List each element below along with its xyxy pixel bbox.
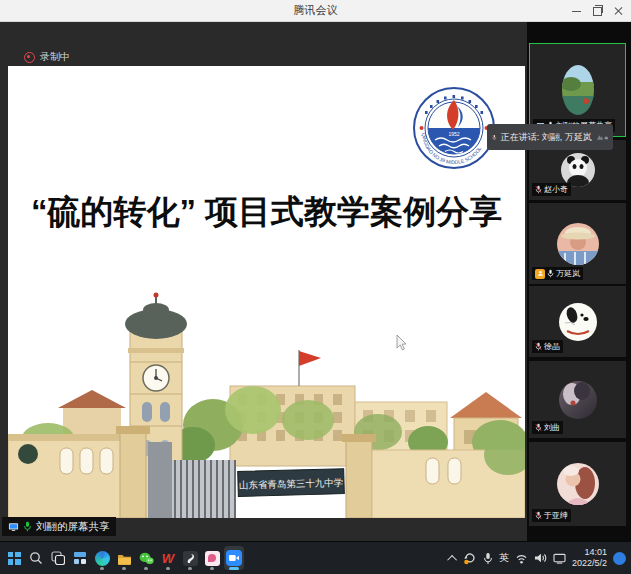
participant-tile-liuqu[interactable]: 刘曲 (529, 361, 626, 438)
mic-muted-icon (535, 423, 542, 432)
volume-icon[interactable] (534, 552, 547, 564)
mic-on-icon (23, 521, 32, 532)
minimize-icon (572, 11, 581, 12)
close-button[interactable] (608, 0, 629, 22)
wall-sign (18, 444, 38, 464)
toast-watermark-icon (596, 131, 608, 144)
widgets-button[interactable] (70, 546, 90, 570)
campus-illustration: 山东省青岛第三十九中学 (8, 290, 525, 518)
mic-muted-icon (535, 185, 542, 194)
screen-share-icon (8, 522, 19, 532)
slide-title: “硫的转化” 项目式教学案例分享 (8, 190, 525, 235)
speaking-toast-text: 正在讲话: 刘翮, 万延岚 (501, 131, 592, 144)
notification-badge[interactable] (613, 552, 626, 565)
mic-tray-icon[interactable] (483, 552, 493, 565)
participant-name: 赵小奇 (544, 184, 568, 195)
avatar (559, 381, 597, 419)
desktop-screen: 腾讯会议 录制中 (0, 0, 631, 574)
cast-icon[interactable] (553, 553, 566, 564)
gate-sign: 山东省青岛第三十九中学 (238, 469, 345, 497)
meeting-window: 录制中 QINGDAO NO.39 MIDDLE SCHOOL (0, 22, 631, 541)
participant-nameplate: 赵小奇 (532, 183, 571, 196)
share-badge-label: 刘翮的屏幕共享 (36, 520, 110, 534)
clock-time: 14:01 (572, 547, 607, 558)
task-view-button[interactable] (48, 546, 68, 570)
participant-nameplate: 万延岚 (532, 267, 583, 280)
sync-tray-icon[interactable] (463, 551, 477, 565)
participant-tile-liuhe[interactable]: 刘翮的屏幕共享 (529, 43, 626, 137)
tencent-meeting-icon (226, 550, 242, 566)
photo-app-button[interactable] (202, 546, 222, 570)
recording-indicator: 录制中 (24, 50, 70, 64)
participant-tile-wanyanlan[interactable]: 万延岚 (529, 203, 626, 284)
mic-on-icon (547, 269, 554, 278)
search-icon (29, 551, 43, 565)
recording-icon (24, 52, 35, 63)
avatar (557, 463, 599, 505)
media-app-icon (183, 551, 198, 566)
wechat-button[interactable] (136, 546, 156, 570)
edge-icon (95, 551, 110, 566)
system-tray: 英 14:01 2022/5/2 (450, 547, 631, 569)
window-controls (566, 0, 629, 22)
wechat-icon (139, 552, 154, 565)
screen-share-badge: 刘翮的屏幕共享 (2, 517, 116, 536)
host-badge-icon (535, 269, 545, 279)
avatar (561, 153, 595, 187)
participant-tile-xujing[interactable]: 徐晶 (529, 286, 626, 357)
edge-button[interactable] (92, 546, 112, 570)
taskbar-apps: W (0, 546, 244, 570)
file-explorer-button[interactable] (114, 546, 134, 570)
participant-name: 于亚绅 (544, 510, 568, 521)
task-view-icon (51, 551, 65, 565)
folder-icon (117, 552, 132, 565)
participant-tile-yuyashen[interactable]: 于亚绅 (529, 442, 626, 526)
wps-icon: W (162, 552, 174, 565)
mic-muted-icon (492, 132, 497, 143)
avatar (559, 303, 597, 341)
ime-indicator[interactable]: 英 (499, 551, 509, 565)
wps-button[interactable]: W (158, 546, 178, 570)
avatar (561, 64, 595, 116)
emblem-year: 1952 (448, 131, 459, 137)
close-icon (614, 6, 624, 16)
red-flag (299, 351, 321, 366)
taskbar-clock[interactable]: 14:01 2022/5/2 (572, 547, 607, 569)
tencent-meeting-button[interactable] (224, 546, 244, 570)
photo-app-icon (205, 551, 220, 566)
mic-muted-icon (535, 511, 542, 520)
participant-nameplate: 徐晶 (532, 340, 563, 353)
wifi-icon[interactable] (515, 553, 528, 564)
recording-label: 录制中 (40, 50, 70, 64)
tray-overflow-icon[interactable] (447, 554, 457, 564)
window-title: 腾讯会议 (294, 3, 338, 18)
participant-name: 刘曲 (544, 422, 560, 433)
taskbar: W 英 (0, 541, 631, 574)
participant-name: 徐晶 (544, 341, 560, 352)
participant-name: 万延岚 (556, 268, 580, 279)
search-button[interactable] (26, 546, 46, 570)
school-emblem-icon: QINGDAO NO.39 MIDDLE SCHOOL 1952 (412, 86, 496, 170)
window-titlebar: 腾讯会议 (0, 0, 631, 22)
mouse-cursor-icon (396, 334, 407, 351)
participants-sidebar: 刘翮的屏幕共享 (527, 22, 631, 541)
participant-nameplate: 刘曲 (532, 421, 563, 434)
avatar (557, 223, 599, 265)
speaking-toast: 正在讲话: 刘翮, 万延岚 (487, 124, 613, 150)
clock-date: 2022/5/2 (572, 558, 607, 569)
restore-icon (593, 7, 602, 16)
mic-muted-icon (535, 342, 542, 351)
widgets-icon (73, 551, 87, 565)
participant-nameplate: 于亚绅 (532, 509, 571, 522)
media-app-button[interactable] (180, 546, 200, 570)
restore-button[interactable] (587, 0, 608, 22)
minimize-button[interactable] (566, 0, 587, 22)
windows-logo-icon (8, 552, 21, 565)
emblem-star-left (420, 126, 424, 130)
shared-screen-slide: QINGDAO NO.39 MIDDLE SCHOOL 1952 “硫的转化” … (8, 66, 525, 518)
start-button[interactable] (4, 546, 24, 570)
